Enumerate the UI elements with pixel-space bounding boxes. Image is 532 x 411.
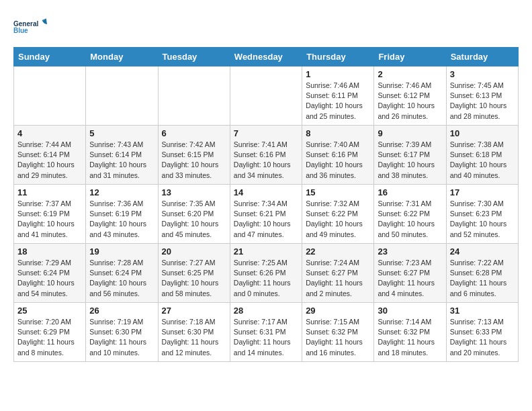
calendar-cell: 1Sunrise: 7:46 AM Sunset: 6:11 PM Daylig… [302, 66, 374, 126]
day-info: Sunrise: 7:46 AM Sunset: 6:12 PM Dayligh… [378, 81, 442, 122]
day-info: Sunrise: 7:15 AM Sunset: 6:32 PM Dayligh… [306, 317, 370, 358]
day-info: Sunrise: 7:20 AM Sunset: 6:29 PM Dayligh… [17, 317, 82, 358]
weekday-header-friday: Friday [374, 48, 446, 66]
day-info: Sunrise: 7:38 AM Sunset: 6:18 PM Dayligh… [450, 140, 515, 181]
day-info: Sunrise: 7:17 AM Sunset: 6:31 PM Dayligh… [234, 317, 298, 358]
calendar-cell: 22Sunrise: 7:24 AM Sunset: 6:27 PM Dayli… [302, 244, 374, 303]
calendar-cell [158, 66, 230, 126]
day-info: Sunrise: 7:29 AM Sunset: 6:24 PM Dayligh… [17, 258, 82, 299]
day-info: Sunrise: 7:18 AM Sunset: 6:30 PM Dayligh… [162, 317, 226, 358]
day-number: 24 [450, 246, 515, 257]
calendar-cell [86, 66, 158, 126]
svg-text:Blue: Blue [13, 27, 28, 34]
weekday-header-wednesday: Wednesday [230, 48, 302, 66]
day-number: 27 [162, 306, 226, 316]
calendar-cell: 8Sunrise: 7:40 AM Sunset: 6:16 PM Daylig… [302, 126, 374, 185]
weekday-header-thursday: Thursday [302, 48, 374, 66]
calendar-cell: 12Sunrise: 7:36 AM Sunset: 6:19 PM Dayli… [86, 185, 158, 244]
day-number: 19 [89, 246, 154, 257]
day-info: Sunrise: 7:37 AM Sunset: 6:19 PM Dayligh… [17, 199, 82, 240]
day-number: 20 [162, 246, 226, 257]
day-info: Sunrise: 7:23 AM Sunset: 6:27 PM Dayligh… [378, 258, 442, 299]
day-info: Sunrise: 7:46 AM Sunset: 6:11 PM Dayligh… [306, 81, 370, 122]
day-number: 8 [306, 128, 370, 138]
day-number: 2 [378, 69, 442, 79]
day-info: Sunrise: 7:34 AM Sunset: 6:21 PM Dayligh… [234, 199, 298, 240]
day-number: 7 [234, 128, 298, 138]
day-number: 16 [378, 187, 442, 197]
day-number: 26 [89, 306, 154, 316]
day-number: 12 [89, 187, 154, 197]
day-info: Sunrise: 7:27 AM Sunset: 6:25 PM Dayligh… [162, 258, 226, 299]
day-info: Sunrise: 7:41 AM Sunset: 6:16 PM Dayligh… [234, 140, 298, 181]
calendar-cell: 31Sunrise: 7:13 AM Sunset: 6:33 PM Dayli… [446, 303, 518, 362]
calendar-cell: 2Sunrise: 7:46 AM Sunset: 6:12 PM Daylig… [374, 66, 446, 126]
day-info: Sunrise: 7:44 AM Sunset: 6:14 PM Dayligh… [17, 140, 82, 181]
day-info: Sunrise: 7:39 AM Sunset: 6:17 PM Dayligh… [378, 140, 442, 181]
calendar-cell: 19Sunrise: 7:28 AM Sunset: 6:24 PM Dayli… [86, 244, 158, 303]
calendar-cell: 9Sunrise: 7:39 AM Sunset: 6:17 PM Daylig… [374, 126, 446, 185]
day-number: 1 [306, 69, 370, 79]
weekday-header-saturday: Saturday [446, 48, 518, 66]
day-number: 18 [17, 246, 82, 257]
calendar-cell: 30Sunrise: 7:14 AM Sunset: 6:32 PM Dayli… [374, 303, 446, 362]
calendar-cell: 3Sunrise: 7:45 AM Sunset: 6:13 PM Daylig… [446, 66, 518, 126]
day-number: 31 [450, 306, 515, 316]
day-number: 29 [306, 306, 370, 316]
calendar-cell [14, 66, 86, 126]
day-number: 23 [378, 246, 442, 257]
day-info: Sunrise: 7:36 AM Sunset: 6:19 PM Dayligh… [89, 199, 154, 240]
day-info: Sunrise: 7:30 AM Sunset: 6:23 PM Dayligh… [450, 199, 515, 240]
calendar-cell: 24Sunrise: 7:22 AM Sunset: 6:28 PM Dayli… [446, 244, 518, 303]
day-info: Sunrise: 7:22 AM Sunset: 6:28 PM Dayligh… [450, 258, 515, 299]
day-number: 3 [450, 69, 515, 79]
calendar-cell: 13Sunrise: 7:35 AM Sunset: 6:20 PM Dayli… [158, 185, 230, 244]
calendar-cell: 4Sunrise: 7:44 AM Sunset: 6:14 PM Daylig… [14, 126, 86, 185]
calendar-cell: 27Sunrise: 7:18 AM Sunset: 6:30 PM Dayli… [158, 303, 230, 362]
calendar-cell: 16Sunrise: 7:31 AM Sunset: 6:22 PM Dayli… [374, 185, 446, 244]
day-number: 28 [234, 306, 298, 316]
day-info: Sunrise: 7:42 AM Sunset: 6:15 PM Dayligh… [162, 140, 226, 181]
day-number: 14 [234, 187, 298, 197]
calendar-cell: 7Sunrise: 7:41 AM Sunset: 6:16 PM Daylig… [230, 126, 302, 185]
weekday-header-sunday: Sunday [14, 48, 86, 66]
day-info: Sunrise: 7:43 AM Sunset: 6:14 PM Dayligh… [89, 140, 154, 181]
calendar-cell: 28Sunrise: 7:17 AM Sunset: 6:31 PM Dayli… [230, 303, 302, 362]
calendar-cell: 14Sunrise: 7:34 AM Sunset: 6:21 PM Dayli… [230, 185, 302, 244]
day-info: Sunrise: 7:32 AM Sunset: 6:22 PM Dayligh… [306, 199, 370, 240]
calendar-cell: 10Sunrise: 7:38 AM Sunset: 6:18 PM Dayli… [446, 126, 518, 185]
calendar-cell: 23Sunrise: 7:23 AM Sunset: 6:27 PM Dayli… [374, 244, 446, 303]
day-info: Sunrise: 7:19 AM Sunset: 6:30 PM Dayligh… [89, 317, 154, 358]
day-info: Sunrise: 7:14 AM Sunset: 6:32 PM Dayligh… [378, 317, 442, 358]
day-number: 30 [378, 306, 442, 316]
day-number: 21 [234, 246, 298, 257]
calendar-cell [230, 66, 302, 126]
day-number: 4 [17, 128, 82, 138]
calendar-cell: 18Sunrise: 7:29 AM Sunset: 6:24 PM Dayli… [14, 244, 86, 303]
day-info: Sunrise: 7:28 AM Sunset: 6:24 PM Dayligh… [89, 258, 154, 299]
calendar-cell: 5Sunrise: 7:43 AM Sunset: 6:14 PM Daylig… [86, 126, 158, 185]
day-number: 5 [89, 128, 154, 138]
logo-bird-icon: General Blue [13, 13, 47, 40]
day-info: Sunrise: 7:40 AM Sunset: 6:16 PM Dayligh… [306, 140, 370, 181]
logo: General Blue [13, 13, 47, 40]
calendar-cell: 26Sunrise: 7:19 AM Sunset: 6:30 PM Dayli… [86, 303, 158, 362]
day-number: 9 [378, 128, 442, 138]
calendar-table: SundayMondayTuesdayWednesdayThursdayFrid… [13, 47, 519, 362]
day-number: 15 [306, 187, 370, 197]
calendar-cell: 17Sunrise: 7:30 AM Sunset: 6:23 PM Dayli… [446, 185, 518, 244]
day-info: Sunrise: 7:35 AM Sunset: 6:20 PM Dayligh… [162, 199, 226, 240]
day-info: Sunrise: 7:31 AM Sunset: 6:22 PM Dayligh… [378, 199, 442, 240]
svg-text:General: General [13, 20, 38, 28]
day-number: 13 [162, 187, 226, 197]
calendar-cell: 29Sunrise: 7:15 AM Sunset: 6:32 PM Dayli… [302, 303, 374, 362]
weekday-header-tuesday: Tuesday [158, 48, 230, 66]
day-number: 6 [162, 128, 226, 138]
calendar-cell: 25Sunrise: 7:20 AM Sunset: 6:29 PM Dayli… [14, 303, 86, 362]
day-info: Sunrise: 7:25 AM Sunset: 6:26 PM Dayligh… [234, 258, 298, 299]
calendar-cell: 6Sunrise: 7:42 AM Sunset: 6:15 PM Daylig… [158, 126, 230, 185]
day-number: 17 [450, 187, 515, 197]
day-info: Sunrise: 7:13 AM Sunset: 6:33 PM Dayligh… [450, 317, 515, 358]
day-info: Sunrise: 7:24 AM Sunset: 6:27 PM Dayligh… [306, 258, 370, 299]
calendar-cell: 11Sunrise: 7:37 AM Sunset: 6:19 PM Dayli… [14, 185, 86, 244]
